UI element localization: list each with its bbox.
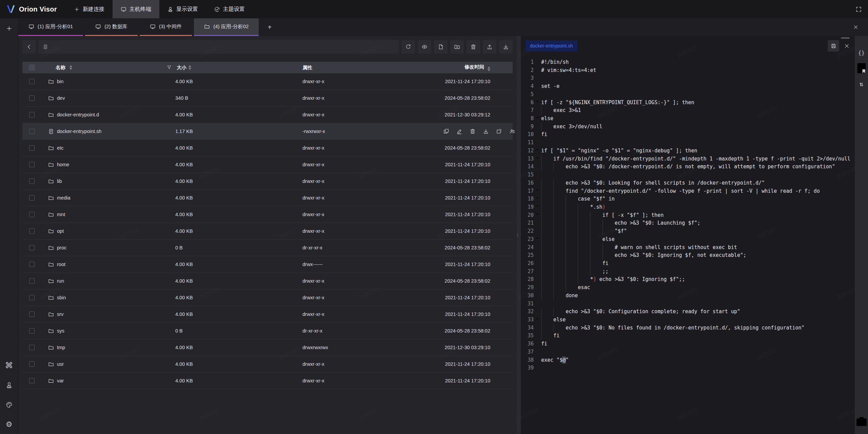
row-checkbox[interactable] bbox=[29, 112, 35, 117]
file-name[interactable]: lib bbox=[57, 178, 62, 184]
file-name[interactable]: mnt bbox=[57, 212, 65, 217]
panel-resize-handle[interactable]: ⋮⋮ bbox=[517, 36, 521, 434]
file-row-opt[interactable]: opt4.00 KBdrwxr-xr-x2021-11-24 17:20:10 bbox=[22, 223, 513, 240]
fold-chevron-down-icon[interactable] bbox=[534, 316, 541, 324]
rail-display-settings-button[interactable] bbox=[0, 378, 18, 393]
file-name[interactable]: sys bbox=[57, 328, 64, 334]
file-name[interactable]: docker-entrypoint.d bbox=[57, 112, 99, 117]
rail-shortcut-keys-button[interactable]: ⌘ bbox=[0, 358, 18, 373]
nav-item-host-terminal[interactable]: 主机终端 bbox=[113, 0, 159, 18]
filter-icon[interactable] bbox=[166, 65, 172, 70]
row-checkbox[interactable] bbox=[29, 345, 35, 350]
path-input-box[interactable] bbox=[39, 40, 399, 54]
edit-action-icon[interactable] bbox=[456, 128, 462, 134]
row-checkbox[interactable] bbox=[29, 95, 35, 101]
file-row-tmp[interactable]: tmp4.00 KBdrwxrwxrwx2021-12-30 03:29:10 bbox=[22, 339, 513, 356]
open-file-tag[interactable]: docker-entrypoint.sh bbox=[526, 40, 577, 51]
fold-chevron-down-icon[interactable] bbox=[534, 195, 541, 203]
file-bookmark-button[interactable] bbox=[855, 60, 868, 76]
file-name[interactable]: sbin bbox=[57, 295, 66, 300]
file-name[interactable]: bin bbox=[57, 79, 63, 84]
app-brand[interactable]: Orion Visor bbox=[0, 0, 66, 18]
permission-action-icon[interactable] bbox=[509, 128, 515, 134]
file-name[interactable]: root bbox=[57, 262, 65, 267]
file-row-run[interactable]: run4.00 KBdrwxr-xr-x2024-05-28 23:58:02 bbox=[22, 273, 513, 289]
file-name[interactable]: var bbox=[57, 378, 64, 383]
sort-name[interactable] bbox=[70, 65, 72, 70]
row-checkbox[interactable] bbox=[29, 162, 35, 167]
row-checkbox[interactable] bbox=[29, 195, 35, 201]
camera-button[interactable] bbox=[855, 414, 868, 429]
file-name[interactable]: etc bbox=[57, 145, 63, 151]
file-name[interactable]: home bbox=[57, 162, 69, 167]
select-all-checkbox[interactable] bbox=[29, 65, 35, 70]
file-row-proc[interactable]: proc0 Bdr-xr-xr-x2024-05-28 23:58:02 bbox=[22, 240, 513, 256]
file-name[interactable]: media bbox=[57, 195, 71, 201]
row-checkbox[interactable] bbox=[29, 378, 35, 383]
nav-item-new-connection[interactable]: 新建连接 bbox=[66, 0, 113, 18]
rail-new-button[interactable] bbox=[0, 21, 18, 36]
nav-item-display-settings[interactable]: 显示设置 bbox=[159, 0, 206, 18]
fold-chevron-down-icon[interactable] bbox=[534, 155, 541, 163]
file-name[interactable]: srv bbox=[57, 312, 63, 317]
file-row-mnt[interactable]: mnt4.00 KBdrwxr-xr-x2021-11-24 17:20:10 bbox=[22, 206, 513, 223]
file-row-usr[interactable]: usr4.00 KBdrwxr-xr-x2021-11-24 17:20:10 bbox=[22, 356, 513, 373]
file-row-var[interactable]: var4.00 KBdrwxr-xr-x2021-11-24 17:20:10 bbox=[22, 373, 513, 389]
fullscreen-icon[interactable] bbox=[853, 3, 865, 15]
code-editor[interactable]: 1#!/bin/sh2# vim:sw=4:ts=4:et34set -e56i… bbox=[521, 56, 854, 434]
refresh-button[interactable] bbox=[401, 40, 415, 54]
back-button[interactable] bbox=[22, 40, 36, 54]
copy-action-icon[interactable] bbox=[443, 128, 449, 134]
fold-chevron-down-icon[interactable] bbox=[534, 203, 541, 211]
row-checkbox[interactable] bbox=[29, 245, 35, 250]
file-name[interactable]: tmp bbox=[57, 345, 65, 350]
sort-size[interactable] bbox=[189, 65, 191, 70]
row-checkbox[interactable] bbox=[29, 262, 35, 267]
file-name[interactable]: opt bbox=[57, 228, 64, 234]
row-checkbox[interactable] bbox=[29, 178, 35, 184]
row-checkbox[interactable] bbox=[29, 228, 35, 234]
row-checkbox[interactable] bbox=[29, 328, 35, 334]
terminal-tab-1[interactable]: (1) 应用-分析01 bbox=[18, 18, 83, 36]
path-input[interactable] bbox=[51, 44, 395, 50]
upload-button[interactable] bbox=[483, 40, 496, 54]
download-action-icon[interactable] bbox=[483, 128, 489, 134]
file-row-root[interactable]: root4.00 KBdrwx------2021-11-24 17:20:10 bbox=[22, 256, 513, 273]
file-name[interactable]: run bbox=[57, 278, 64, 284]
row-checkbox[interactable] bbox=[29, 79, 35, 84]
file-name[interactable]: dev bbox=[57, 95, 65, 101]
fold-chevron-down-icon[interactable] bbox=[534, 99, 541, 107]
braces-button[interactable]: {} bbox=[855, 45, 868, 60]
file-row-bin[interactable]: bin4.00 KBdrwxr-xr-x2021-11-24 17:20:10 bbox=[22, 73, 513, 90]
file-row-sbin[interactable]: sbin4.00 KBdrwxr-xr-x2021-11-24 17:20:10 bbox=[22, 289, 513, 306]
swap-button[interactable]: ⇅ bbox=[855, 76, 868, 92]
file-row-dev[interactable]: dev340 Bdrwxr-xr-x2024-05-28 23:58:02 bbox=[22, 90, 513, 107]
fold-chevron-down-icon[interactable] bbox=[534, 187, 541, 195]
file-name[interactable]: proc bbox=[57, 245, 66, 250]
rail-theme-settings-button[interactable] bbox=[0, 397, 18, 412]
file-row-docker-entrypoint.sh[interactable]: docker-entrypoint.sh1.17 KB-rwxrwxr-x bbox=[22, 123, 513, 140]
file-row-docker-entrypoint.d[interactable]: docker-entrypoint.d4.00 KBdrwxr-xr-x2021… bbox=[22, 107, 513, 123]
add-tab-button[interactable]: + bbox=[261, 18, 278, 36]
row-checkbox[interactable] bbox=[29, 129, 35, 134]
new-file-button[interactable] bbox=[434, 40, 448, 54]
trash-action-icon[interactable] bbox=[470, 128, 476, 134]
nav-item-theme-settings[interactable]: 主题设置 bbox=[206, 0, 253, 18]
file-row-srv[interactable]: srv4.00 KBdrwxr-xr-x2021-11-24 17:20:10 bbox=[22, 306, 513, 323]
eye-button[interactable] bbox=[418, 40, 431, 54]
file-row-etc[interactable]: etc4.00 KBdrwxr-xr-x2024-05-28 23:58:02 bbox=[22, 140, 513, 156]
trash-button[interactable] bbox=[467, 40, 480, 54]
row-checkbox[interactable] bbox=[29, 212, 35, 217]
move-action-icon[interactable] bbox=[496, 128, 502, 134]
terminal-tab-2[interactable]: (2) 数据库 bbox=[85, 18, 138, 36]
row-checkbox[interactable] bbox=[29, 361, 35, 367]
fold-chevron-down-icon[interactable] bbox=[534, 115, 541, 123]
file-row-lib[interactable]: lib4.00 KBdrwxr-xr-x2021-11-24 17:20:10 bbox=[22, 173, 513, 190]
editor-close-icon[interactable] bbox=[844, 43, 850, 49]
close-panel-icon[interactable] bbox=[851, 22, 861, 32]
row-checkbox[interactable] bbox=[29, 278, 35, 284]
terminal-tab-4[interactable]: (4) 应用-分析02 bbox=[194, 18, 259, 36]
row-checkbox[interactable] bbox=[29, 145, 35, 151]
editor-scrollbar[interactable] bbox=[841, 37, 850, 39]
sort-mtime[interactable] bbox=[488, 67, 490, 72]
